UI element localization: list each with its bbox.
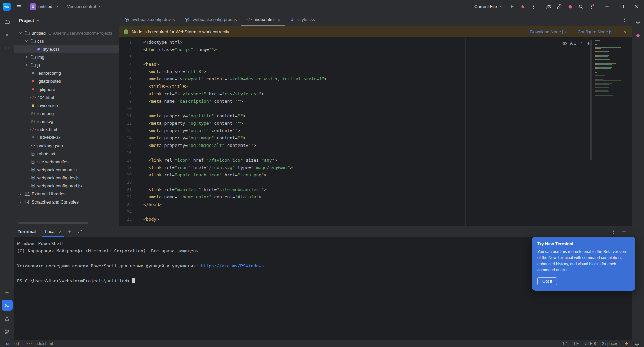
notifications-icon[interactable] xyxy=(633,16,644,27)
typos-indicator[interactable]: A1 xyxy=(570,40,576,47)
code-line[interactable]: 24 xyxy=(119,208,632,216)
prev-problem-icon[interactable] xyxy=(579,41,583,46)
code-line[interactable]: 6 <meta name="viewport" content="width=d… xyxy=(119,75,632,83)
banner-close-icon[interactable] xyxy=(623,30,627,34)
file-encoding[interactable]: UTF-8 xyxy=(585,341,596,346)
tree-item-404.html[interactable]: </>404.html xyxy=(14,93,119,101)
configure-nodejs-link[interactable]: Configure Node.js xyxy=(578,29,612,34)
terminal-tab-local[interactable]: Local × xyxy=(42,226,64,237)
tree-item-package.json[interactable]: {}package.json xyxy=(14,141,119,150)
code-line[interactable]: 3 xyxy=(119,53,632,61)
code-line[interactable]: 16 xyxy=(119,149,632,157)
editor-tab-webpack.config.dev.js[interactable]: webpack.config.dev.js xyxy=(119,13,179,26)
close-terminal-tab-icon[interactable]: × xyxy=(59,229,61,234)
code-line[interactable]: 19 <link rel="apple-touch-icon" href="ic… xyxy=(119,171,632,179)
terminal-tool-icon[interactable] xyxy=(2,300,13,311)
more-actions-icon[interactable] xyxy=(528,1,539,12)
tree-item-icon.png[interactable]: icon.png xyxy=(14,109,119,117)
breadcrumb-file[interactable]: index.html xyxy=(35,341,53,346)
editor-tab-webpack.config.prod.js[interactable]: webpack.config.prod.js xyxy=(179,13,241,26)
build-tools-icon[interactable] xyxy=(554,1,565,12)
minimize-button[interactable] xyxy=(600,0,614,13)
close-button[interactable] xyxy=(629,0,644,13)
main-menu-icon[interactable] xyxy=(13,1,24,12)
run-button[interactable] xyxy=(506,1,517,12)
code-line[interactable]: 22 <meta name="theme-color" content="#fa… xyxy=(119,193,632,201)
code-line[interactable]: 15 <meta property="og:image:alt" content… xyxy=(119,142,632,149)
code-line[interactable]: 17 <link rel="icon" href="/favicon.ico" … xyxy=(119,157,632,164)
git-tool-icon[interactable] xyxy=(2,326,13,337)
code-line[interactable]: 9 <meta name="description" content=""> xyxy=(119,98,632,105)
line-separator[interactable]: LF xyxy=(574,341,579,346)
editor-tab-style.css[interactable]: #style.css xyxy=(285,13,319,26)
chevron-right-icon[interactable] xyxy=(23,55,30,59)
tree-item-js[interactable]: js xyxy=(14,61,119,69)
code-line[interactable]: 21 <link rel="manifest" href="site.webma… xyxy=(119,186,632,193)
expand-terminal-icon[interactable] xyxy=(75,227,84,236)
run-config-selector[interactable]: Current File xyxy=(472,3,506,10)
terminal-title[interactable]: Terminal xyxy=(18,226,36,237)
tree-item-style.css[interactable]: #style.css xyxy=(14,45,119,53)
chevron-right-icon[interactable] xyxy=(23,63,30,67)
tree-item-untitled[interactable]: untitledC:\Users\User\WebstormProjects xyxy=(14,29,119,37)
tree-item-css[interactable]: css xyxy=(14,37,119,45)
code-with-me-icon[interactable] xyxy=(543,1,554,12)
code-line[interactable]: 13 <meta property="og:url" content=""> xyxy=(119,127,632,134)
code-line[interactable]: 2<html class="no-js" lang=""> xyxy=(119,46,632,53)
project-horizontal-scrollbar[interactable] xyxy=(18,222,88,224)
code-line[interactable]: 8 <link rel="stylesheet" href="css/style… xyxy=(119,90,632,98)
code-line[interactable]: 1<!doctype html> xyxy=(119,39,632,46)
ai-assistant-icon[interactable] xyxy=(565,1,576,12)
tree-item-favicon.ico[interactable]: favicon.ico xyxy=(14,101,119,109)
tab-options-icon[interactable] xyxy=(620,15,629,24)
vcs-widget[interactable]: Version control xyxy=(64,3,105,10)
ai-sparkle-icon[interactable] xyxy=(624,341,629,346)
terminal-link[interactable]: https://aka.ms/PSWindows xyxy=(201,263,264,268)
tree-item-index.html[interactable]: </>index.html xyxy=(14,125,119,133)
project-panel-header[interactable]: Project xyxy=(14,13,119,27)
chevron-down-icon[interactable] xyxy=(23,39,30,43)
minimap[interactable] xyxy=(595,40,628,98)
tree-item-icon.svg[interactable]: icon.svg xyxy=(14,117,119,125)
tree-item-site.webmanifest[interactable]: site.webmanifest xyxy=(14,158,119,166)
code-line[interactable]: 10 xyxy=(119,105,632,112)
tree-item-webpack.common.js[interactable]: webpack.common.js xyxy=(14,166,119,174)
debug-button[interactable] xyxy=(517,1,528,12)
download-nodejs-link[interactable]: Download Node.js xyxy=(530,29,566,34)
code-line[interactable]: 4<head> xyxy=(119,61,632,68)
terminal-options-icon[interactable] xyxy=(609,227,618,236)
project-tool-icon[interactable] xyxy=(2,16,13,27)
editor-tab-index.html[interactable]: </>index.html× xyxy=(241,13,284,26)
code-line[interactable]: 7 <title></title> xyxy=(119,83,632,90)
search-everywhere-icon[interactable] xyxy=(576,1,586,12)
ai-assistant-tool-icon[interactable] xyxy=(633,30,644,41)
tree-item-img[interactable]: img xyxy=(14,53,119,61)
highlight-level-eye-icon[interactable] xyxy=(562,41,567,46)
close-tab-icon[interactable]: × xyxy=(278,17,280,22)
tree-item-.gitattributes[interactable]: .gitattributes xyxy=(14,77,119,85)
breadcrumb-project[interactable]: untitled xyxy=(6,341,19,346)
chevron-right-icon[interactable] xyxy=(18,199,24,204)
tree-item-Scratches and Consoles[interactable]: Scratches and Consoles xyxy=(14,198,119,206)
code-line[interactable]: 14 <meta property="og:image" content=""> xyxy=(119,134,632,142)
code-line[interactable]: 23</head> xyxy=(119,201,632,208)
code-line[interactable]: 5 <meta charset="utf-8"> xyxy=(119,68,632,75)
settings-menu-icon[interactable] xyxy=(586,1,597,12)
chevron-right-icon[interactable] xyxy=(18,191,24,196)
code-line[interactable]: 20 xyxy=(119,179,632,186)
maximize-button[interactable] xyxy=(614,0,629,13)
code-editor[interactable]: 1<!doctype html>2<html class="no-js" lan… xyxy=(119,38,632,226)
commit-tool-icon[interactable] xyxy=(2,29,13,40)
more-tool-windows-icon[interactable] xyxy=(2,42,13,53)
caret-position[interactable]: 1:1 xyxy=(562,341,568,346)
chevron-down-icon[interactable] xyxy=(18,31,24,35)
tree-item-LICENSE.txt[interactable]: ©LICENSE.txt xyxy=(14,133,119,141)
tree-item-robots.txt[interactable]: robots.txt xyxy=(14,150,119,158)
code-line[interactable]: 18 <link rel="icon" href="/icon.svg" typ… xyxy=(119,164,632,171)
project-selector[interactable]: U untitled xyxy=(27,2,62,11)
got-it-button[interactable]: Got It xyxy=(537,277,557,285)
code-line[interactable]: 25<body> xyxy=(119,216,632,223)
tree-item-.gitignore[interactable]: .gitignore xyxy=(14,85,119,93)
tree-item-External Libraries[interactable]: External Libraries xyxy=(14,190,119,198)
tree-item-.editorconfig[interactable]: .editorconfig xyxy=(14,69,119,77)
